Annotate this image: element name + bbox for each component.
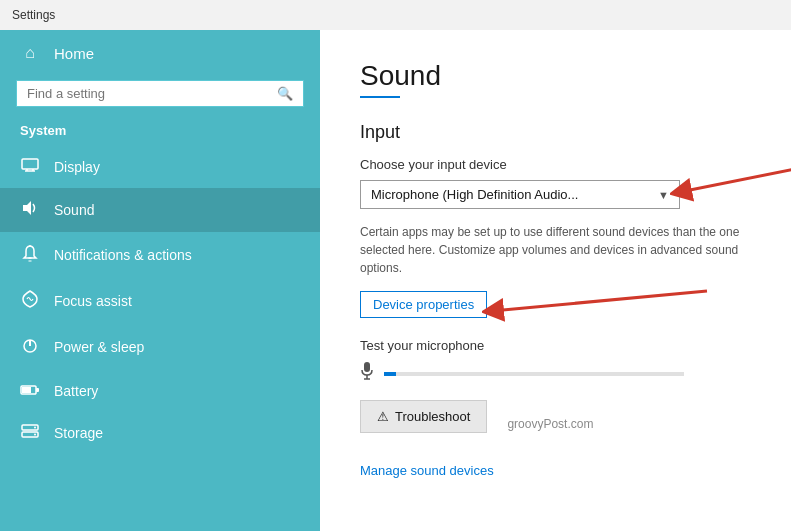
sidebar-item-battery[interactable]: Battery <box>0 370 320 412</box>
device-select-container: Microphone (High Definition Audio... ▼ <box>360 180 680 223</box>
display-icon <box>20 158 40 176</box>
chevron-down-icon: ▼ <box>658 189 669 201</box>
sidebar-search-box[interactable]: 🔍 <box>16 80 304 107</box>
storage-icon <box>20 424 40 442</box>
svg-point-14 <box>34 427 36 429</box>
sidebar-item-power[interactable]: Power & sleep <box>0 324 320 370</box>
sidebar-item-notifications-label: Notifications & actions <box>54 247 192 263</box>
system-label: System <box>0 119 320 146</box>
battery-icon <box>20 382 40 400</box>
device-select-value: Microphone (High Definition Audio... <box>371 187 578 202</box>
sidebar-item-sound[interactable]: Sound <box>0 188 320 232</box>
troubleshoot-row: ⚠ Troubleshoot groovyPost.com <box>360 400 751 447</box>
title-bar: Settings <box>0 0 791 30</box>
svg-point-15 <box>34 434 36 436</box>
sidebar-item-display-label: Display <box>54 159 100 175</box>
device-label: Choose your input device <box>360 157 751 172</box>
mic-level-fill <box>384 372 396 376</box>
title-underline <box>360 96 400 98</box>
content-area: Sound Input Choose your input device Mic… <box>320 30 791 531</box>
sidebar-item-sound-label: Sound <box>54 202 94 218</box>
svg-rect-20 <box>364 362 370 372</box>
mic-level-bar <box>384 372 684 376</box>
search-icon: 🔍 <box>277 86 293 101</box>
sidebar: ⌂ Home 🔍 System Display Sound Notificati… <box>0 30 320 531</box>
sidebar-item-focus-label: Focus assist <box>54 293 132 309</box>
troubleshoot-label: Troubleshoot <box>395 409 470 424</box>
svg-line-19 <box>492 291 707 311</box>
svg-rect-0 <box>22 159 38 169</box>
test-mic-label: Test your microphone <box>360 338 751 353</box>
red-arrow-properties <box>482 281 712 331</box>
info-text: Certain apps may be set up to use differ… <box>360 223 751 277</box>
input-device-select[interactable]: Microphone (High Definition Audio... ▼ <box>360 180 680 209</box>
sidebar-home-item[interactable]: ⌂ Home <box>0 30 320 76</box>
sidebar-item-focus[interactable]: Focus assist <box>0 278 320 324</box>
svg-marker-4 <box>23 201 31 215</box>
manage-sound-devices-link[interactable]: Manage sound devices <box>360 463 494 478</box>
search-input[interactable] <box>27 86 271 101</box>
microphone-icon <box>360 361 374 386</box>
focus-icon <box>20 290 40 312</box>
sound-icon <box>20 200 40 220</box>
warning-icon: ⚠ <box>377 409 389 424</box>
svg-rect-11 <box>22 387 31 393</box>
title-bar-label: Settings <box>12 8 55 22</box>
page-title: Sound <box>360 60 751 92</box>
sidebar-item-battery-label: Battery <box>54 383 98 399</box>
sidebar-item-storage[interactable]: Storage <box>0 412 320 454</box>
sidebar-item-display[interactable]: Display <box>0 146 320 188</box>
troubleshoot-button[interactable]: ⚠ Troubleshoot <box>360 400 487 433</box>
svg-rect-10 <box>36 388 39 392</box>
watermark: groovyPost.com <box>507 417 593 431</box>
sidebar-item-notifications[interactable]: Notifications & actions <box>0 232 320 278</box>
section-title: Input <box>360 122 751 143</box>
power-icon <box>20 336 40 358</box>
sidebar-item-power-label: Power & sleep <box>54 339 144 355</box>
mic-test-row <box>360 361 751 386</box>
home-icon: ⌂ <box>20 44 40 62</box>
notifications-icon <box>20 244 40 266</box>
device-properties-container: Device properties <box>360 291 487 338</box>
sidebar-home-label: Home <box>54 45 94 62</box>
device-properties-button[interactable]: Device properties <box>360 291 487 318</box>
sidebar-item-storage-label: Storage <box>54 425 103 441</box>
